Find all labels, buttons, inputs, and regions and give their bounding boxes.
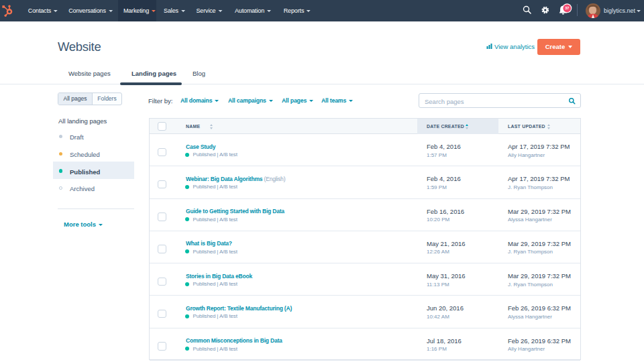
svg-text:37: 37	[565, 6, 569, 10]
